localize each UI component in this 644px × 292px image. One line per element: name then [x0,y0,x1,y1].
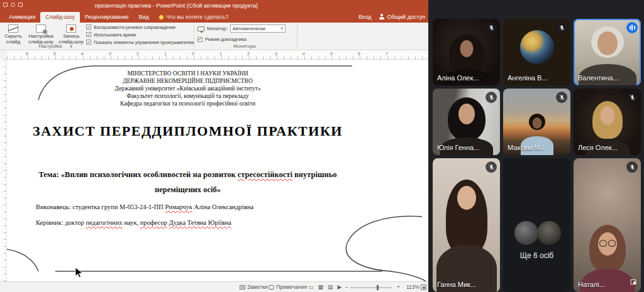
avatar-face [458,104,475,124]
ribbon-tab-row: Анимация Слайд-шоу Рецензирование Вид Чт… [0,11,428,23]
header-line: Державний університет «Київський авіацій… [7,85,369,92]
hide-slide-icon [8,24,18,33]
mic-muted-icon [556,92,567,103]
executor-text: Аліна Олександрівна [192,203,253,210]
mic-muted-icon [626,92,638,103]
notes-button[interactable]: Заметки [238,282,270,292]
supervisor-misspelled-word: Дудка Тетяна Юріївна [169,219,231,226]
tab-review[interactable]: Рецензирование [80,12,134,23]
more-participants-tile[interactable]: Ще 6 осіб [503,158,570,292]
monitors-group: Монитор: Автоматически ▾ ✓ Режим докладч… [197,24,286,42]
avatar-face [532,117,541,129]
tab-view[interactable]: Вид [133,12,153,23]
slide-supervisor-line[interactable]: Керівник: доктор педагогічних наук, проф… [36,219,231,226]
window-title: презентація практика - PowerPoint (Сбой … [95,3,258,9]
video-call-panel: Аліна Олек... Ангеліна В... Валентина...… [428,0,644,292]
header-line: Кафедра педагогіки та психології професі… [7,100,369,107]
slide-theme-line2[interactable]: переміщених осіб» [7,185,369,195]
participant-name: Валентина... [578,74,619,82]
participant-tile[interactable]: Аліна Олек... [433,19,500,85]
tell-me-box[interactable]: Что вы хотите сделать? [154,12,234,23]
participant-tile[interactable]: Ангеліна В... [503,19,570,85]
notes-label: Заметки [247,284,268,290]
notes-icon [240,285,245,289]
monitor-dropdown[interactable]: Автоматически ▾ [230,24,286,33]
participant-tile-speaking[interactable]: Валентина... [574,19,641,85]
comments-button[interactable]: Примечания [267,282,309,292]
save-icon[interactable] [3,3,8,7]
fit-to-window-icon[interactable] [421,284,426,290]
participant-tile[interactable]: Наталі... [574,158,641,292]
undo-icon[interactable] [11,3,15,7]
zoom-out-button[interactable]: − [343,282,350,292]
quick-access-toolbar[interactable] [3,3,23,7]
supervisor-misspelled-word: професор [140,219,167,226]
checkbox-presenter-view[interactable]: ✓ Режим докладчика [197,36,286,42]
checkbox-checked-icon: ✓ [197,37,203,42]
group-label-setup: Настройка [13,43,88,49]
share-button[interactable]: Общий доступ [379,14,425,20]
participant-tile[interactable]: Юлія Генна... [433,89,500,155]
slide-title[interactable]: ЗАХИСТ ПЕРЕДДИПЛОМНОЇ ПРАКТИКИ [7,123,369,139]
checkbox-label: Использовать время [94,33,136,37]
slideshow-view-icon[interactable]: ▶ [338,284,342,290]
sign-in-button[interactable]: Вход [358,14,371,20]
speaking-indicator-icon [626,22,638,33]
group-divider [297,24,297,48]
share-label: Общий доступ [387,14,425,20]
tab-slideshow[interactable]: Слайд-шоу [40,12,80,23]
checkbox-play-narrations[interactable]: ✓ Воспроизвести речевое сопровождение [86,24,194,30]
person-icon [379,14,385,19]
participant-name: Максим М... [508,144,546,151]
avatar [520,30,554,64]
header-line: ДЕРЖАВНЕ НЕКОМЕРЦІЙНЕ ПІДПРИЄМСТВО [7,77,369,85]
slide-theme-line1[interactable]: Тема: «Вплив психологічних особливостей … [7,170,369,180]
checkbox-use-timings[interactable]: ✓ Использовать время [86,32,194,37]
tell-me-label: Что вы хотите сделать? [166,14,229,20]
participant-name: Леся Олек... [578,144,618,151]
participant-tile[interactable]: Леся Олек... [574,89,641,155]
supervisor-text: Керівник: доктор [36,219,86,226]
header-line: Факультет психології, комунікацій та пер… [7,92,369,100]
participant-name: Ангеліна В... [508,74,548,82]
checkbox-label: Режим докладчика [205,36,247,42]
mic-muted-icon [486,161,497,173]
picture-in-picture-icon[interactable] [630,277,637,288]
checkbox-show-media-controls[interactable]: ✓ Показать элементы управления проигрыва… [86,40,194,45]
avatar-face [597,31,618,55]
participant-tile[interactable]: Ганна Мик... [433,158,500,292]
glasses [599,240,616,246]
normal-view-icon[interactable]: ▭ [308,284,314,290]
view-switcher: ▭ ▦ ▤ ▶ [306,282,343,292]
reading-view-icon[interactable]: ▤ [328,284,333,290]
screen: презентація практика - PowerPoint (Сбой … [0,0,644,292]
checkbox-label: Показать элементы управления проигрывате… [94,40,194,45]
record-slideshow-icon [66,24,76,33]
checkbox-label: Воспроизвести речевое сопровождение [94,25,175,30]
mic-muted-icon [486,22,497,33]
header-line: МІНІСТЕРСТВО ОСВІТИ І НАУКИ УКРАЇНИ [7,70,369,77]
zoom-percentage[interactable]: 113% [402,282,421,292]
comments-label: Примечания [276,284,307,290]
group-divider [194,24,194,48]
group-label-monitors: Мониторы [197,43,292,49]
slide-sorter-view-icon[interactable]: ▦ [318,284,324,290]
title-bar: презентація практика - PowerPoint (Сбой … [0,0,428,11]
zoom-slider-thumb[interactable] [377,285,379,290]
zoom-slider[interactable] [350,287,392,288]
slide-header-block[interactable]: МІНІСТЕРСТВО ОСВІТИ І НАУКИ УКРАЇНИ ДЕРЖ… [7,70,369,107]
slide-executor-line[interactable]: Виконавець: студентка групи М-053-24-1-П… [36,203,253,210]
participant-name: Ганна Мик... [437,281,476,288]
more-participants-label: Ще 6 осіб [503,251,570,260]
zoom-in-button[interactable]: + [395,282,402,292]
status-bar: Заметки Примечания ▭ ▦ ▤ ▶ − + 113% [0,281,428,292]
start-slideshow-icon[interactable] [18,3,23,7]
participant-tile[interactable]: Максим М... [503,89,570,155]
slide-canvas[interactable]: МІНІСТЕРСТВО ОСВІТИ І НАУКИ УКРАЇНИ ДЕРЖ… [7,60,428,281]
ribbon: Скрыть слайд Настройка слайд-шоу Запись … [0,23,428,50]
executor-misspelled-word: Римарчук [165,203,192,210]
tab-row-right: Вход Общий доступ [358,11,425,23]
monitor-icon [197,26,204,31]
tab-animation[interactable]: Анимация [4,12,40,23]
dropdown-caret-icon: ▾ [281,27,283,30]
